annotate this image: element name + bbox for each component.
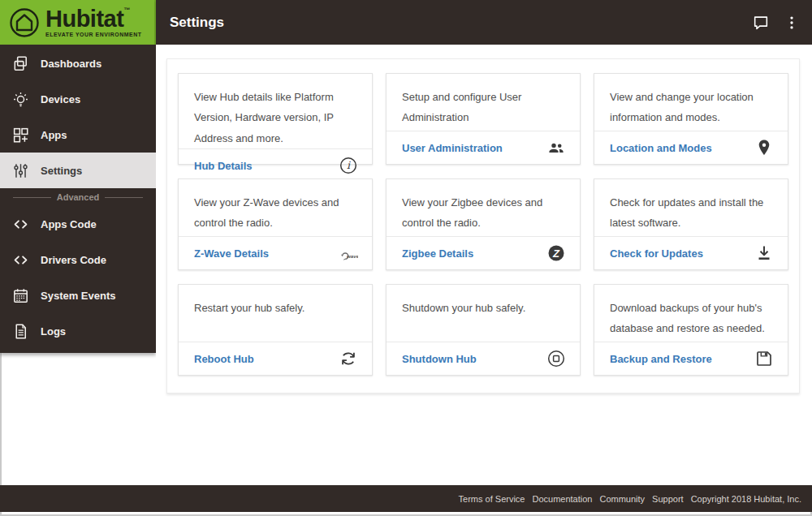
sidebar-item-label: System Events	[41, 290, 116, 302]
divider-rule	[105, 197, 143, 198]
document-icon	[11, 322, 30, 341]
bulb-icon	[11, 90, 30, 109]
card-backup-restore: Download backups of your hub's database …	[594, 284, 788, 376]
hubitat-logo[interactable]: Hubitat™ ELEVATE YOUR ENVIRONMENT	[0, 0, 156, 45]
card-description: Setup and configure User Administration	[387, 74, 580, 131]
chat-icon[interactable]	[752, 14, 770, 32]
zigbee-details-link[interactable]: Zigbee Details	[402, 247, 473, 260]
refresh-icon	[339, 349, 358, 368]
card-footer: Hub Details i	[179, 148, 372, 182]
people-icon	[546, 138, 566, 157]
svg-text:wave: wave	[347, 253, 358, 259]
sidebar-item-devices[interactable]: Devices	[0, 81, 156, 117]
sidebar-item-logs[interactable]: Logs	[0, 313, 156, 349]
download-icon	[754, 243, 774, 263]
footer-copyright: Copyright 2018 Hubitat, Inc.	[691, 494, 801, 504]
sidebar-item-label: Apps	[41, 129, 67, 141]
backup-and-restore-link[interactable]: Backup and Restore	[610, 353, 712, 365]
sidebar-item-drivers-code[interactable]: Drivers Code	[0, 242, 156, 277]
sidebar-item-label: Drivers Code	[41, 254, 106, 266]
sidebar-item-label: Apps Code	[41, 218, 97, 230]
zigbee-icon: Z	[546, 243, 566, 263]
sidebar-item-apps[interactable]: Apps	[0, 117, 156, 153]
check-for-updates-link[interactable]: Check for Updates	[610, 247, 703, 260]
hubitat-wordmark: Hubitat™ ELEVATE YOUR ENVIRONMENT	[45, 7, 141, 38]
footer-link-support[interactable]: Support	[652, 494, 684, 504]
sidebar-item-label: Dashboards	[41, 58, 102, 70]
code-icon	[11, 251, 30, 269]
card-check-updates: Check for updates and install the latest…	[594, 178, 788, 270]
card-description: Restart your hub safely.	[179, 285, 372, 342]
card-description: View Hub details like Platform Version, …	[179, 74, 372, 148]
svg-text:i: i	[347, 159, 351, 171]
shutdown-hub-link[interactable]: Shutdown Hub	[402, 353, 477, 365]
card-description: Shutdown your hub safely.	[387, 285, 580, 342]
card-description: Download backups of your hub's database …	[594, 285, 788, 342]
footer-link-community[interactable]: Community	[599, 494, 645, 504]
brand-tagline: ELEVATE YOUR ENVIRONMENT	[45, 32, 141, 38]
footer-link-documentation[interactable]: Documentation	[532, 494, 592, 504]
trademark-symbol: ™	[123, 6, 130, 14]
main-content: View Hub details like Platform Version, …	[156, 45, 812, 485]
sidebar-item-system-events[interactable]: System Events	[0, 277, 156, 313]
card-footer: Location and Modes	[594, 131, 788, 164]
divider-rule	[13, 197, 51, 198]
kebab-menu-icon[interactable]	[783, 14, 801, 32]
card-zwave-details: View your Z-Wave devices and control the…	[178, 178, 373, 270]
card-footer: Shutdown Hub	[387, 342, 580, 375]
card-description: Check for updates and install the latest…	[594, 179, 788, 236]
card-footer: Z-Wave Details wave	[179, 236, 372, 269]
save-icon	[754, 349, 774, 368]
reboot-hub-link[interactable]: Reboot Hub	[194, 353, 254, 365]
card-footer: Backup and Restore	[594, 342, 788, 375]
sliders-icon	[11, 161, 30, 180]
hub-details-link[interactable]: Hub Details	[194, 160, 253, 172]
zwave-details-link[interactable]: Z-Wave Details	[194, 247, 269, 260]
card-description: View and change your location informatio…	[594, 74, 788, 131]
sidebar-item-settings[interactable]: Settings	[0, 153, 156, 188]
svg-text:Z: Z	[552, 247, 560, 260]
user-administration-link[interactable]: User Administration	[402, 142, 503, 154]
card-footer: User Administration	[387, 131, 580, 164]
sidebar-item-apps-code[interactable]: Apps Code	[0, 206, 156, 242]
code-icon	[11, 215, 30, 234]
sidebar-advanced-divider: Advanced	[0, 188, 156, 206]
location-pin-icon	[754, 138, 774, 157]
hubitat-house-icon	[8, 6, 41, 39]
footer-bar: Terms of Service Documentation Community…	[0, 485, 812, 512]
card-description: View your Z-Wave devices and control the…	[179, 179, 372, 236]
settings-panel: View Hub details like Platform Version, …	[166, 58, 800, 393]
card-user-administration: Setup and configure User Administration …	[386, 73, 581, 165]
sidebar-item-label: Devices	[41, 93, 80, 105]
sidebar-item-dashboards[interactable]: Dashboards	[0, 45, 156, 81]
location-and-modes-link[interactable]: Location and Modes	[610, 142, 712, 154]
sidebar-nav: Dashboards Devices Apps	[0, 45, 156, 353]
card-hub-details: View Hub details like Platform Version, …	[178, 73, 373, 165]
footer-link-terms[interactable]: Terms of Service	[459, 494, 525, 504]
calendar-icon	[11, 286, 30, 305]
page-title: Settings	[170, 15, 224, 31]
card-zigbee-details: View your Zigbee devices and control the…	[386, 178, 581, 270]
card-location-modes: View and change your location informatio…	[594, 73, 788, 165]
sidebar-item-label: Logs	[41, 325, 66, 338]
top-bar: Settings	[156, 0, 812, 45]
dashboards-icon	[11, 54, 30, 73]
zwave-icon: wave	[339, 243, 358, 263]
card-shutdown-hub: Shutdown your hub safely. Shutdown Hub	[386, 284, 581, 376]
card-description: View your Zigbee devices and control the…	[387, 179, 580, 236]
brand-name: Hubitat	[45, 6, 123, 32]
card-footer: Check for Updates	[594, 236, 788, 269]
sidebar-item-label: Settings	[41, 165, 82, 177]
card-reboot-hub: Restart your hub safely. Reboot Hub	[178, 284, 373, 376]
apps-grid-icon	[11, 126, 30, 144]
card-footer: Zigbee Details Z	[387, 236, 580, 269]
shutdown-icon	[546, 349, 566, 368]
divider-label: Advanced	[57, 192, 100, 202]
topbar-actions	[752, 14, 801, 32]
info-icon: i	[339, 156, 358, 175]
card-footer: Reboot Hub	[179, 342, 372, 375]
app-window: Hubitat™ ELEVATE YOUR ENVIRONMENT Settin…	[0, 0, 812, 516]
